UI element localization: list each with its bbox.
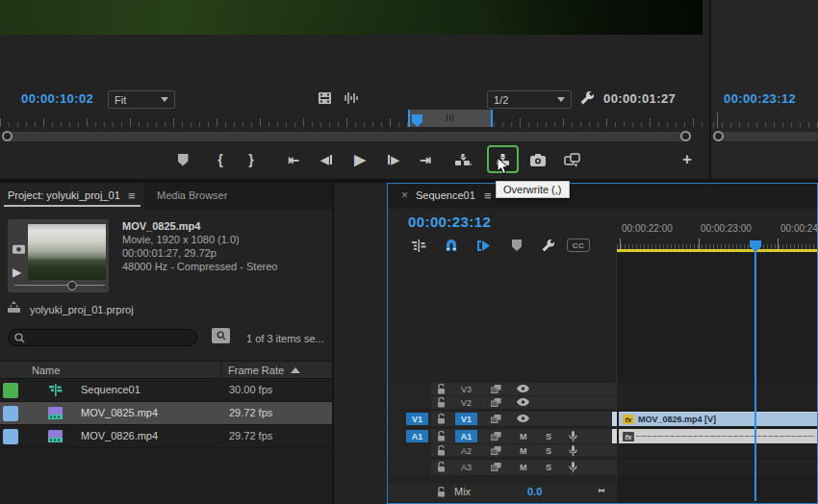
preview-scrubber-track[interactable] (14, 285, 105, 286)
mic-icon[interactable] (569, 462, 577, 473)
source-time-ruler[interactable] (0, 109, 703, 128)
tab-project[interactable]: Project: yolyuki_proj_01 (0, 183, 144, 210)
video-clip-edge-sliver[interactable] (612, 412, 617, 426)
list-item-mov0825[interactable]: MOV_0825.mp4 29.72 fps (0, 402, 332, 425)
source-patch-v1[interactable]: V1 (406, 413, 428, 425)
sync-lock-icon[interactable] (491, 415, 501, 423)
clip-area[interactable]: fx MOV_0826.mp4 [V] fx (617, 253, 817, 503)
solo-button[interactable]: S (546, 432, 551, 441)
empty-track-v2[interactable] (617, 396, 817, 409)
lock-icon[interactable] (437, 384, 446, 394)
timeline-playhead-line[interactable] (754, 249, 756, 501)
zoom-level-select[interactable]: Fit (108, 90, 175, 109)
column-header-frame-rate[interactable]: Frame Rate (228, 365, 284, 376)
scrollbar-track[interactable] (2, 132, 691, 141)
eye-icon[interactable] (517, 385, 529, 392)
program-scrollbar-handle[interactable] (713, 131, 724, 141)
solo-button[interactable]: S (546, 446, 551, 456)
mute-button[interactable]: M (520, 432, 527, 441)
sync-lock-icon[interactable] (491, 398, 501, 407)
lock-icon[interactable] (437, 414, 446, 424)
sync-lock-icon[interactable] (491, 446, 501, 455)
add-marker-button[interactable] (171, 148, 194, 171)
audio-clip-edge-sliver[interactable] (612, 429, 617, 443)
lock-icon[interactable] (437, 462, 446, 472)
go-to-in-button[interactable]: ⇤ (282, 148, 305, 171)
step-forward-button[interactable]: ▶ (382, 148, 405, 171)
program-ruler[interactable] (713, 122, 818, 128)
lock-icon[interactable] (437, 445, 446, 456)
label-color-swatch[interactable] (3, 406, 18, 421)
comparison-view-button[interactable] (560, 148, 583, 171)
nest-settings-icon[interactable] (409, 237, 428, 254)
list-item-mov0826[interactable]: MOV_0826.mp4 29.72 fps (0, 425, 332, 448)
label-color-swatch[interactable] (3, 429, 18, 444)
column-divider[interactable] (220, 362, 221, 380)
breadcrumb[interactable]: yolyuki_proj_01.prproj (30, 304, 134, 315)
settings-wrench-icon[interactable] (577, 88, 597, 108)
work-area-bar[interactable] (617, 249, 817, 252)
go-to-out-button[interactable]: ⇥ (414, 148, 437, 171)
panel-menu-icon[interactable]: ≡ (128, 189, 136, 203)
label-color-swatch[interactable] (3, 383, 18, 398)
search-bin-button[interactable] (212, 328, 230, 343)
preview-image[interactable] (28, 224, 106, 280)
lock-icon[interactable] (437, 397, 446, 408)
drag-video-only-icon[interactable] (316, 89, 333, 107)
program-timecode[interactable]: 00:00:23:12 (724, 91, 796, 106)
mark-out-button[interactable]: } (240, 148, 263, 171)
preview-scrubber-handle[interactable] (67, 281, 77, 290)
eye-icon[interactable] (517, 415, 529, 422)
empty-track-v3[interactable] (617, 383, 817, 395)
sync-lock-icon[interactable] (491, 385, 501, 393)
sync-lock-icon[interactable] (491, 432, 501, 441)
button-editor-add-button[interactable]: + (676, 147, 699, 170)
empty-track-a2[interactable] (617, 444, 817, 457)
poster-frame-camera-icon[interactable] (11, 242, 26, 255)
track-label-v3[interactable]: V3 (455, 383, 477, 395)
sort-ascending-icon[interactable] (291, 367, 300, 373)
source-scrollbar[interactable] (0, 130, 703, 143)
eye-icon[interactable] (517, 398, 529, 406)
close-icon[interactable]: × (401, 189, 408, 202)
snap-magnet-icon[interactable] (442, 236, 461, 255)
mark-in-button[interactable]: { (209, 148, 232, 171)
captions-cc-button[interactable]: CC (567, 239, 590, 252)
play-button[interactable]: ▶ (348, 147, 371, 170)
scrollbar-left-handle[interactable] (2, 131, 13, 141)
program-scrollbar[interactable] (719, 132, 818, 141)
list-item-sequence01[interactable]: Sequence01 30.00 fps (0, 379, 332, 402)
mic-icon[interactable] (569, 431, 577, 442)
fit-sequence-icon[interactable]: ▸◂ (599, 486, 602, 494)
timeline-timecode[interactable]: 00:00:23:12 (408, 214, 491, 230)
source-timecode[interactable]: 00:00:10:02 (21, 91, 93, 106)
scrollbar-right-handle[interactable] (680, 131, 691, 141)
lock-icon[interactable] (437, 431, 446, 441)
sync-lock-icon[interactable] (491, 463, 501, 471)
timeline-clip-audio[interactable]: fx (619, 429, 817, 443)
playback-resolution-select[interactable]: 1/2 (487, 90, 572, 109)
navigate-up-icon[interactable] (6, 300, 21, 314)
timeline-add-marker-icon[interactable] (509, 238, 524, 253)
linked-selection-icon[interactable] (473, 237, 493, 254)
insert-button[interactable] (451, 148, 474, 171)
search-input[interactable] (28, 331, 195, 346)
track-label-a2[interactable]: A2 (455, 444, 477, 457)
export-frame-button[interactable] (526, 148, 550, 171)
mute-button[interactable]: M (520, 463, 527, 472)
timeline-settings-wrench-icon[interactable] (538, 236, 557, 255)
column-header-name[interactable]: Name (32, 365, 60, 376)
source-video-frame[interactable] (0, 0, 703, 35)
mix-gain-value[interactable]: 0.0 (527, 486, 542, 497)
tab-sequence01[interactable]: Sequence01 (416, 189, 475, 201)
source-patch-a1[interactable]: A1 (406, 430, 428, 442)
solo-button[interactable]: S (546, 463, 551, 472)
track-target-v1[interactable]: V1 (455, 413, 477, 425)
tab-media-browser[interactable]: Media Browser (157, 189, 227, 201)
panel-menu-icon[interactable]: ≡ (484, 189, 492, 203)
preview-play-icon[interactable]: ▶ (13, 265, 21, 279)
lock-icon[interactable] (437, 487, 446, 497)
mute-button[interactable]: M (520, 446, 527, 456)
track-target-a1[interactable]: A1 (455, 430, 477, 442)
drag-audio-only-icon[interactable] (342, 89, 361, 107)
